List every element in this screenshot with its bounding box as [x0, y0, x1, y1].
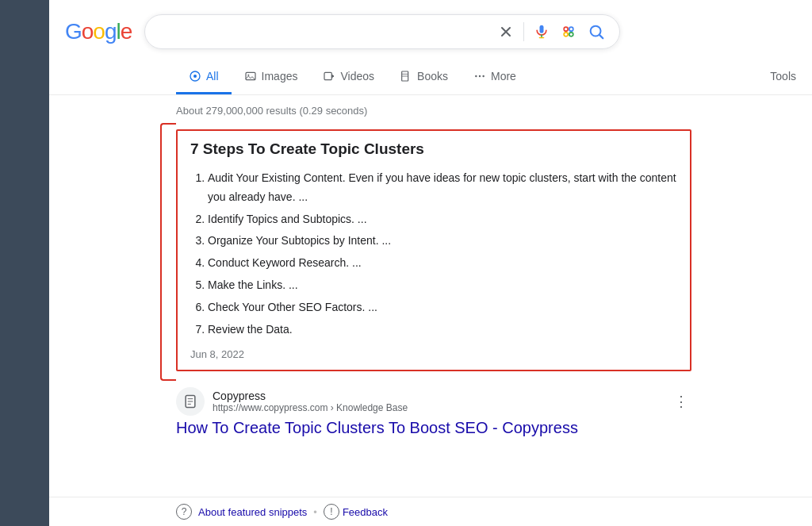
source-menu-button[interactable]: ⋮ [671, 390, 691, 413]
microphone-icon [534, 24, 550, 40]
source-favicon [176, 387, 205, 416]
svg-point-5 [564, 33, 568, 36]
list-item: Identify Topics and Subtopics. ... [208, 210, 677, 229]
books-tab-icon [400, 70, 412, 83]
search-divider [523, 22, 524, 41]
source-header: Copypress https://www.copypress.com › Kn… [176, 387, 691, 416]
source-info: Copypress https://www.copypress.com › Kn… [213, 390, 663, 413]
svg-rect-0 [540, 25, 544, 33]
close-icon [498, 24, 514, 40]
tab-images-label: Images [262, 70, 298, 83]
svg-line-8 [599, 35, 603, 38]
tab-all[interactable]: All [176, 62, 232, 94]
document-icon [182, 394, 198, 409]
search-button[interactable] [586, 21, 607, 42]
bottom-bar-separator: • [313, 506, 317, 518]
snippet-title: 7 Steps To Create Topic Clusters [190, 140, 677, 158]
snippet-info-icon[interactable]: ? [176, 504, 192, 520]
tab-images[interactable]: Images [232, 62, 311, 94]
sidebar [0, 0, 49, 526]
camera-icon [561, 24, 576, 40]
list-item: Audit Your Existing Content. Even if you… [208, 169, 677, 207]
feedback-icon[interactable]: ! [324, 504, 339, 520]
source-result: Copypress https://www.copypress.com › Kn… [176, 387, 691, 437]
header: Google steps for topic cluster [49, 0, 812, 49]
list-item: Check Your Other SEO Factors. ... [208, 298, 677, 317]
source-name: Copypress [213, 390, 663, 402]
search-bar: steps for topic cluster [144, 14, 620, 49]
logo-o2: o [93, 19, 105, 44]
svg-point-20 [482, 75, 484, 77]
clear-search-button[interactable] [496, 22, 515, 41]
list-item: Review the Data. [208, 321, 677, 340]
videos-tab-icon [323, 70, 335, 83]
svg-point-3 [564, 27, 568, 31]
voice-search-button[interactable] [532, 22, 551, 41]
search-input[interactable]: steps for topic cluster [158, 25, 488, 39]
nav-tabs: All Images Videos Books [49, 56, 812, 95]
svg-point-4 [569, 27, 573, 31]
svg-point-6 [569, 33, 573, 36]
tab-books[interactable]: Books [387, 62, 461, 94]
logo-g2: g [105, 19, 117, 44]
svg-marker-14 [332, 75, 335, 78]
search-icon [588, 23, 605, 40]
google-logo: Google [65, 19, 132, 44]
image-search-button[interactable] [559, 22, 578, 41]
main-content: Google steps for topic cluster [49, 0, 812, 526]
results-area: About 279,000,000 results (0.29 seconds)… [49, 95, 731, 453]
all-tab-icon [189, 70, 201, 83]
bottom-bar: ? About featured snippets • ! Feedback [49, 497, 812, 526]
feedback-section: ! Feedback [324, 504, 388, 520]
tab-tools[interactable]: Tools [754, 62, 812, 94]
more-dots-icon [473, 70, 486, 83]
tab-tools-label: Tools [770, 70, 796, 83]
tab-all-label: All [206, 70, 219, 83]
tab-more[interactable]: More [461, 62, 529, 94]
tab-books-label: Books [417, 70, 448, 83]
svg-point-19 [479, 75, 481, 77]
list-item: Make the Links. ... [208, 276, 677, 295]
source-url: https://www.copypress.com › Knowledge Ba… [213, 402, 663, 413]
tab-videos-label: Videos [340, 70, 374, 83]
feedback-link[interactable]: Feedback [343, 506, 388, 518]
logo-o1: o [82, 19, 94, 44]
svg-rect-13 [324, 72, 331, 79]
snippet-date: Jun 8, 2022 [190, 348, 677, 360]
tab-videos[interactable]: Videos [310, 62, 387, 94]
svg-point-10 [193, 75, 197, 78]
list-item: Organize Your Subtopics by Intent. ... [208, 232, 677, 251]
source-link[interactable]: How To Create Topic Clusters To Boost SE… [176, 419, 691, 437]
snippet-info-link[interactable]: About featured snippets [198, 506, 307, 518]
snippet-list: Audit Your Existing Content. Even if you… [190, 169, 677, 339]
logo-g: G [65, 19, 82, 44]
list-item: Conduct Keyword Research. ... [208, 254, 677, 273]
logo-e: e [121, 19, 132, 44]
svg-point-18 [475, 75, 477, 77]
tab-more-label: More [491, 70, 516, 83]
featured-snippet: 7 Steps To Create Topic Clusters Audit Y… [176, 129, 691, 371]
images-tab-icon [244, 70, 257, 83]
result-count: About 279,000,000 results (0.29 seconds) [176, 105, 715, 117]
search-icons [496, 21, 607, 42]
